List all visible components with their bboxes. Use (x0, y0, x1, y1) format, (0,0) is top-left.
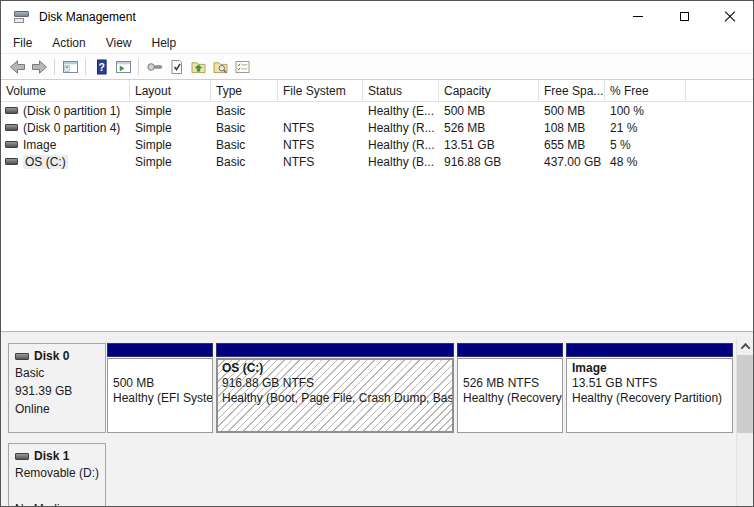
disk0-label-panel[interactable]: Disk 0 Basic 931.39 GB Online (8, 343, 106, 433)
menu-bar: File Action View Help (1, 32, 753, 53)
pane-splitter[interactable] (1, 331, 753, 338)
back-arrow-icon[interactable] (7, 57, 27, 77)
partition-color-bar (216, 343, 454, 357)
menu-action[interactable]: Action (42, 34, 95, 52)
disk1-row: Disk 1 Removable (D:) No Media (8, 443, 753, 506)
volume-icon (5, 107, 18, 114)
show-action-pane-icon[interactable] (113, 57, 133, 77)
disk-icon (15, 353, 29, 360)
volume-row-os-c[interactable]: OS (C:) Simple Basic NTFS Healthy (B... … (1, 153, 753, 170)
cell-status: Healthy (E... (363, 104, 439, 118)
disk-management-window: Disk Management File Action View Help ? (0, 0, 754, 507)
window-title: Disk Management (39, 10, 136, 24)
disk0-type: Basic (15, 364, 105, 382)
volume-row-image[interactable]: Image Simple Basic NTFS Healthy (R... 13… (1, 136, 753, 153)
disk-icon (15, 453, 29, 460)
disk1-label-panel[interactable]: Disk 1 Removable (D:) No Media (8, 443, 106, 506)
toolbar-separator (85, 59, 86, 75)
check-document-icon[interactable] (166, 57, 186, 77)
cell-file-system: NTFS (278, 138, 363, 152)
column-header-type[interactable]: Type (211, 80, 278, 101)
cell-file-system: NTFS (278, 121, 363, 135)
properties-list-icon[interactable] (232, 57, 252, 77)
partition-status: Healthy (Boot, Page File, Crash Dump, Ba… (222, 391, 452, 406)
volume-list-header: Volume Layout Type File System Status Ca… (1, 80, 753, 102)
column-header-pct-free[interactable]: % Free (605, 80, 686, 101)
cell-status: Healthy (R... (363, 138, 439, 152)
toolbar: ? (1, 53, 753, 80)
partition-name (463, 361, 562, 376)
disk0-title: Disk 0 (34, 348, 69, 364)
disk-management-app-icon (14, 10, 30, 24)
forward-arrow-icon[interactable] (29, 57, 49, 77)
cell-type: Basic (211, 121, 278, 135)
cell-pct-free: 21 % (605, 121, 686, 135)
scrollbar-thumb[interactable] (737, 355, 753, 433)
cell-free-space: 437.00 GB (539, 155, 605, 169)
cell-capacity: 526 MB (439, 121, 539, 135)
partition-size: 13.51 GB NTFS (572, 376, 732, 391)
folder-upload-icon[interactable] (188, 57, 208, 77)
volume-icon (5, 124, 18, 131)
volume-row-disk0-partition4[interactable]: (Disk 0 partition 4) Simple Basic NTFS H… (1, 119, 753, 136)
maximize-icon (680, 12, 689, 21)
volume-name-selected: OS (C:) (23, 155, 68, 169)
partition-name (113, 361, 212, 376)
partition-status: Healthy (EFI Syste (113, 391, 212, 406)
volume-list-pane: Volume Layout Type File System Status Ca… (1, 80, 753, 331)
column-header-free-space[interactable]: Free Spa... (539, 80, 605, 101)
column-header-volume[interactable]: Volume (1, 80, 130, 101)
svg-text:?: ? (98, 60, 104, 72)
disk1-title: Disk 1 (34, 448, 69, 464)
cell-free-space: 655 MB (539, 138, 605, 152)
disk0-capacity: 931.39 GB (15, 382, 105, 400)
column-header-capacity[interactable]: Capacity (439, 80, 539, 101)
close-button[interactable] (707, 1, 753, 32)
disk0-partitions: 500 MB Healthy (EFI Syste OS (C:) 916.88… (107, 343, 736, 433)
menu-file[interactable]: File (3, 34, 42, 52)
menu-help[interactable]: Help (142, 34, 187, 52)
cell-pct-free: 5 % (605, 138, 686, 152)
cell-pct-free: 48 % (605, 155, 686, 169)
partition-recovery-526mb[interactable]: 526 MB NTFS Healthy (Recovery (457, 343, 563, 433)
cell-capacity: 13.51 GB (439, 138, 539, 152)
menu-view[interactable]: View (96, 34, 142, 52)
maximize-button[interactable] (661, 1, 707, 32)
partition-color-bar (457, 343, 563, 357)
cell-layout: Simple (130, 138, 211, 152)
volume-icon (5, 141, 18, 148)
partition-image-recovery[interactable]: Image 13.51 GB NTFS Healthy (Recovery Pa… (566, 343, 733, 433)
help-icon[interactable]: ? (91, 57, 111, 77)
volume-name: (Disk 0 partition 1) (23, 104, 120, 118)
cell-layout: Simple (130, 121, 211, 135)
title-bar: Disk Management (1, 1, 753, 32)
disk1-blank (15, 482, 105, 500)
vertical-scrollbar[interactable] (736, 338, 753, 506)
close-icon (724, 11, 736, 23)
column-header-status[interactable]: Status (363, 80, 439, 101)
volume-name: Image (23, 138, 56, 152)
scroll-up-button[interactable] (737, 338, 753, 355)
cell-status: Healthy (B... (363, 155, 439, 169)
partition-color-bar (566, 343, 733, 357)
minimize-button[interactable] (615, 1, 661, 32)
chevron-up-icon (740, 343, 750, 353)
folder-search-icon[interactable] (210, 57, 230, 77)
column-header-layout[interactable]: Layout (130, 80, 211, 101)
cell-type: Basic (211, 138, 278, 152)
graphical-view-pane: Disk 0 Basic 931.39 GB Online 500 MB Hea… (1, 338, 753, 506)
partition-status: Healthy (Recovery Partition) (572, 391, 732, 406)
cell-type: Basic (211, 104, 278, 118)
disk1-status: No Media (15, 500, 105, 506)
cell-capacity: 500 MB (439, 104, 539, 118)
pointer-tool-icon[interactable] (144, 57, 164, 77)
partition-size: 916.88 GB NTFS (222, 376, 452, 391)
toolbar-separator (138, 59, 139, 75)
volume-row-disk0-partition1[interactable]: (Disk 0 partition 1) Simple Basic Health… (1, 102, 753, 119)
column-header-file-system[interactable]: File System (278, 80, 363, 101)
column-header-empty (686, 80, 753, 101)
show-console-tree-icon[interactable] (60, 57, 80, 77)
partition-status: Healthy (Recovery (463, 391, 562, 406)
partition-efi-system[interactable]: 500 MB Healthy (EFI Syste (107, 343, 213, 433)
partition-os-c-selected[interactable]: OS (C:) 916.88 GB NTFS Healthy (Boot, Pa… (216, 343, 454, 433)
